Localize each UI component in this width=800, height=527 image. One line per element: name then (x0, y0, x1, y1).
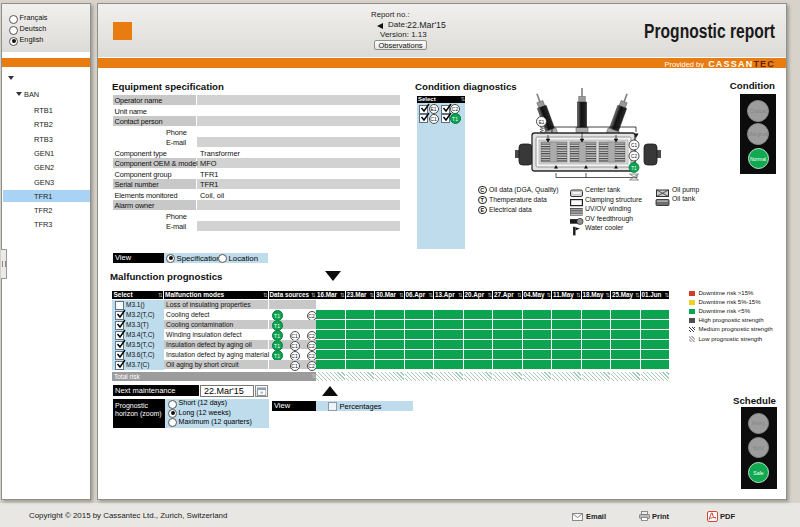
svg-text:C1: C1 (631, 143, 637, 148)
svg-text:C2: C2 (631, 154, 637, 159)
svg-text:T1: T1 (631, 166, 637, 171)
svg-text:E1: E1 (539, 120, 545, 125)
